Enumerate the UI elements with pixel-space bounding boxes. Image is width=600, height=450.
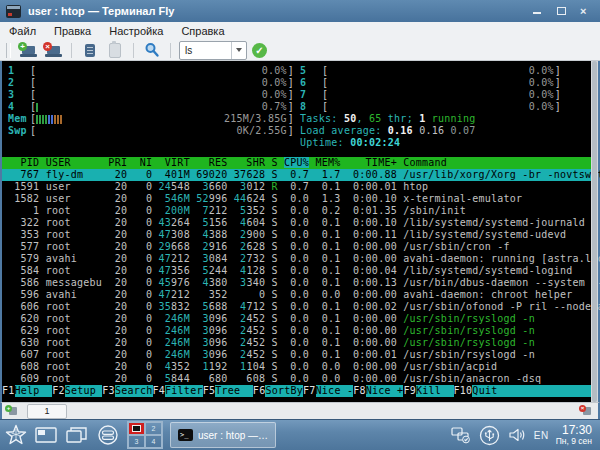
taskbar-task-htop[interactable]: >_ user : htop —… xyxy=(170,422,276,448)
start-menu-button[interactable] xyxy=(5,424,27,446)
menu-edit[interactable]: Правка xyxy=(45,22,100,40)
process-row-609[interactable]: 609 root 20 0 5844 680 608 S 0.0 0.0 0:0… xyxy=(2,373,591,385)
show-desktop-icon xyxy=(34,425,58,445)
tab-1[interactable]: 1 xyxy=(27,404,67,419)
meter-3: 3[0.0%] xyxy=(2,89,294,101)
meter-mem: Mem[215M/3.85G] xyxy=(2,113,294,125)
taskbar-clock[interactable]: 17:30 Пн, 9 сен xyxy=(556,424,595,446)
network-tray-button[interactable] xyxy=(450,425,472,445)
meter-2: 2[0.0%] xyxy=(2,77,294,89)
process-row-596[interactable]: 596 avahi 20 0 47212 352 0 S 0.0 0.0 0:0… xyxy=(2,289,591,301)
copy-button[interactable] xyxy=(80,42,100,59)
cross-badge-icon: × xyxy=(43,42,52,51)
process-row-579[interactable]: 579 avahi 20 0 47212 3084 2732 S 0.0 0.1… xyxy=(2,253,591,265)
taskbar: 234 >_ user : htop —… EN 17:30 Пн, 9 сен xyxy=(0,419,600,450)
command-combobox[interactable]: ls xyxy=(179,41,247,60)
terminal-tabbar: + 1 × xyxy=(0,402,600,419)
meter-swp: Swp[0K/2.55G] xyxy=(2,125,294,137)
command-value: ls xyxy=(180,45,231,56)
toolbar: + × ls ✓ xyxy=(0,40,600,61)
new-session-button[interactable]: + xyxy=(18,42,38,59)
close-tab-button[interactable]: × xyxy=(579,405,595,418)
desktop-pager[interactable]: 234 xyxy=(127,421,163,449)
toolbar-grip[interactable] xyxy=(6,43,11,58)
terminal-window: user : htop — Терминал Fly × Файл Правка… xyxy=(0,0,600,419)
process-row-577[interactable]: 577 root 20 0 29668 2916 2628 S 0.0 0.1 … xyxy=(2,241,591,253)
add-tab-button[interactable]: + xyxy=(5,405,21,418)
process-row-606[interactable]: 606 root 20 0 35832 5688 4712 S 0.0 0.1 … xyxy=(2,301,591,313)
process-row-1582[interactable]: 1582 user 20 0 546M 52996 44624 S 0.0 1.… xyxy=(2,193,591,205)
plus-badge-icon: + xyxy=(5,405,12,412)
run-command-button[interactable]: ✓ xyxy=(252,43,267,58)
process-row-584[interactable]: 584 root 20 0 47356 5244 4128 S 0.0 0.1 … xyxy=(2,265,591,277)
show-desktop-button[interactable] xyxy=(34,425,58,445)
pager-desktop-2[interactable]: 2 xyxy=(145,422,162,435)
terminal-app-icon xyxy=(6,5,21,18)
meter-7: 7[0.0%] xyxy=(294,89,561,101)
storage-button[interactable] xyxy=(96,424,120,446)
clock-date: Пн, 9 сен xyxy=(556,437,592,446)
process-row-353[interactable]: 353 root 20 0 47308 4388 2900 S 0.0 0.1 … xyxy=(2,229,591,241)
toolbar-separator xyxy=(133,43,134,58)
terminal-scrollbar[interactable] xyxy=(591,61,598,402)
paste-icon xyxy=(109,43,121,58)
usb-tray-button[interactable] xyxy=(479,425,500,446)
chevron-down-icon[interactable] xyxy=(231,42,246,59)
search-button[interactable] xyxy=(142,42,162,59)
clock-time: 17:30 xyxy=(556,424,592,437)
terminal[interactable]: 1[0.0%]2[0.0%]3[0.0%]4[0.7%]Mem[215M/3.8… xyxy=(0,61,600,402)
process-row-322[interactable]: 322 root 20 0 43264 5156 4604 S 0.0 0.1 … xyxy=(2,217,591,229)
pager-desktop-3[interactable]: 3 xyxy=(128,435,145,448)
start-star-icon xyxy=(5,424,27,446)
pager-desktop-1[interactable] xyxy=(128,422,145,435)
tasks-line: Tasks: 50, 65 thr; 1 running xyxy=(294,113,561,125)
maximize-button[interactable] xyxy=(556,6,566,16)
process-row-1591[interactable]: 1591 user 20 0 24548 3660 3012 R 0.7 0.1… xyxy=(2,181,591,193)
meter-6: 6[0.0%] xyxy=(294,77,561,89)
volume-tray-button[interactable] xyxy=(507,425,527,445)
menu-help[interactable]: Справка xyxy=(172,22,233,40)
process-row-1[interactable]: 1 root 20 0 200M 7212 5352 S 0.0 0.2 0:0… xyxy=(2,205,591,217)
load-average-line: Load average: 0.16 0.16 0.07 xyxy=(294,125,561,137)
volume-icon xyxy=(507,425,527,445)
scrollbar-thumb[interactable] xyxy=(592,61,597,402)
process-row-607[interactable]: 607 root 20 0 246M 3096 2452 S 0.0 0.1 0… xyxy=(2,349,591,361)
process-row-608[interactable]: 608 root 20 0 4352 1192 1104 S 0.0 0.0 0… xyxy=(2,361,591,373)
task-label: user : htop —… xyxy=(198,430,268,441)
process-row-620[interactable]: 620 root 20 0 246M 3096 2452 S 0.0 0.1 0… xyxy=(2,313,591,325)
pager-desktop-4[interactable]: 4 xyxy=(145,435,162,448)
paste-button[interactable] xyxy=(105,42,125,59)
meter-4: 4[0.7%] xyxy=(2,101,294,113)
search-icon xyxy=(144,42,160,58)
function-key-bar[interactable]: F1Help F2Setup F3SearchF4FilterF5Tree F6… xyxy=(2,385,591,397)
terminal-task-icon: >_ xyxy=(178,429,193,441)
process-row-767[interactable]: 767 fly-dm 20 0 401M 69020 37628 S 0.7 1… xyxy=(2,169,591,181)
menubar: Файл Правка Настройка Справка xyxy=(0,22,600,40)
storage-icon xyxy=(96,424,120,446)
meter-1: 1[0.0%] xyxy=(2,65,294,77)
toolbar-separator xyxy=(71,43,72,58)
minimize-button[interactable] xyxy=(532,6,542,16)
meter-5: 5[0.0%] xyxy=(294,65,561,77)
close-session-button[interactable]: × xyxy=(43,42,63,59)
toolbar-separator xyxy=(170,43,171,58)
cross-badge-icon: × xyxy=(579,405,586,412)
keyboard-layout-indicator[interactable]: EN xyxy=(534,430,549,441)
window-title: user : htop — Терминал Fly xyxy=(28,5,174,17)
menu-settings[interactable]: Настройка xyxy=(100,22,172,40)
process-row-630[interactable]: 630 root 20 0 246M 3096 2452 S 0.0 0.1 0… xyxy=(2,337,591,349)
titlebar[interactable]: user : htop — Терминал Fly × xyxy=(0,0,600,22)
menu-file[interactable]: Файл xyxy=(0,22,45,40)
window-list-icon xyxy=(65,425,89,445)
network-icon xyxy=(450,425,472,445)
plus-badge-icon: + xyxy=(18,42,27,51)
window-list-button[interactable] xyxy=(65,425,89,445)
close-button[interactable]: × xyxy=(580,6,590,16)
meter-8: 8[0.0%] xyxy=(294,101,561,113)
process-row-586[interactable]: 586 messagebu 20 0 45976 4380 3340 S 0.0… xyxy=(2,277,591,289)
usb-icon xyxy=(479,425,500,446)
process-row-629[interactable]: 629 root 20 0 246M 3096 2452 S 0.0 0.1 0… xyxy=(2,325,591,337)
htop-screen: 1[0.0%]2[0.0%]3[0.0%]4[0.7%]Mem[215M/3.8… xyxy=(2,61,591,402)
process-table-header[interactable]: PID USER PRI NI VIRT RES SHR S CPU% MEM%… xyxy=(2,157,591,169)
copy-icon xyxy=(85,44,95,57)
